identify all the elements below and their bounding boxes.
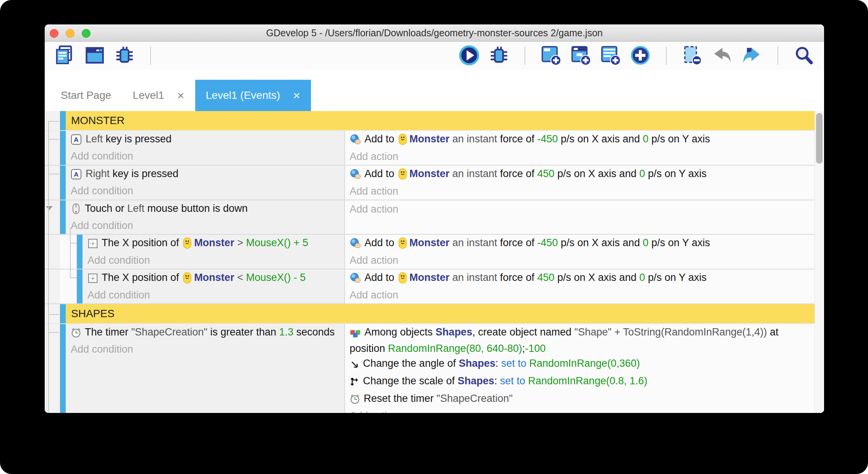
event-color-bar[interactable] <box>60 166 66 200</box>
event-color-bar[interactable] <box>77 235 83 269</box>
group-title[interactable]: SHAPES <box>71 308 115 320</box>
text-segment: Monster <box>410 168 450 179</box>
close-icon[interactable]: × <box>293 89 300 102</box>
add-condition-button[interactable]: Add condition <box>87 288 344 302</box>
tab-level1[interactable]: Level1 × <box>122 80 195 111</box>
actions-cell[interactable]: Add to Monster an instant force of -450 … <box>345 131 815 165</box>
condition-instruction[interactable]: The X position of Monster < MouseX() - 5 <box>87 271 344 287</box>
conditions-cell[interactable]: The timer "ShapeCreation" is greater tha… <box>66 324 345 413</box>
add-action-button[interactable]: Add action <box>350 409 815 413</box>
vertical-scrollbar[interactable] <box>815 111 824 413</box>
event-color-bar[interactable] <box>60 131 66 165</box>
action-instruction[interactable]: Add to Monster an instant force of 450 p… <box>350 271 815 287</box>
minimize-window-button[interactable] <box>66 29 74 38</box>
search-button[interactable] <box>793 45 815 67</box>
timer-icon <box>350 393 360 408</box>
text-segment: Monster <box>194 237 234 248</box>
undo-icon <box>711 45 733 67</box>
event-gutter <box>45 324 60 413</box>
action-instruction[interactable]: Change the angle of Shapes: set to Rando… <box>350 356 815 373</box>
action-instruction[interactable]: Reset the timer "ShapeCreation" <box>350 392 815 408</box>
actions-cell[interactable]: Among objects Shapes, create object name… <box>345 324 815 413</box>
tab-bar: Start Page Level1 × Level1 (Events) × <box>45 70 824 111</box>
actions-cell[interactable]: Add to Monster an instant force of 450 p… <box>345 269 815 303</box>
add-condition-button[interactable]: Add condition <box>87 253 344 267</box>
condition-instruction[interactable]: The X position of Monster > MouseX() + 5 <box>87 236 344 253</box>
add-condition-button[interactable]: Add condition <box>71 219 344 232</box>
add-action-button[interactable]: Add action <box>350 184 815 198</box>
conditions-cell[interactable]: ALeft key is pressedAdd condition <box>66 131 345 165</box>
add-comment-button[interactable] <box>599 45 622 67</box>
gdevelop-window: GDevelop 5 - /Users/florian/Downloads/ge… <box>45 24 824 413</box>
project-manager-button[interactable] <box>54 45 76 67</box>
mouse-icon <box>71 203 81 218</box>
text-segment: Add to <box>364 168 397 179</box>
scene-editor-button[interactable] <box>84 45 106 67</box>
event-color-bar[interactable] <box>60 111 66 130</box>
action-instruction[interactable]: Add to Monster an instant force of 450 p… <box>350 167 815 184</box>
text-segment: Shapes <box>458 375 494 387</box>
debug-button[interactable] <box>488 45 510 67</box>
action-instruction[interactable]: Add to Monster an instant force of -450 … <box>350 236 815 253</box>
group-header[interactable]: SHAPES <box>66 304 815 323</box>
action-instruction[interactable]: Add to Monster an instant force of -450 … <box>350 132 815 149</box>
condition-instruction[interactable]: ARight key is pressed <box>71 167 344 183</box>
text-segment: Right <box>86 168 110 179</box>
text-segment: 1.3 <box>279 326 293 338</box>
add-action-button[interactable]: Add action <box>350 253 815 267</box>
undo-button[interactable] <box>711 45 733 67</box>
text-segment: Left <box>86 133 103 145</box>
text-segment: : <box>496 358 501 369</box>
search-icon <box>793 45 815 67</box>
add-condition-button[interactable]: Add condition <box>71 342 344 356</box>
zoom-window-button[interactable] <box>82 29 91 38</box>
scrollbar-thumb[interactable] <box>816 113 823 164</box>
close-window-button[interactable] <box>50 29 58 38</box>
event-color-bar[interactable] <box>60 200 66 234</box>
text-segment: Shapes <box>436 326 472 338</box>
condition-instruction[interactable]: The timer "ShapeCreation" is greater tha… <box>71 325 344 342</box>
text-segment: 0 <box>639 168 645 179</box>
tab-level1-events[interactable]: Level1 (Events) × <box>195 80 311 111</box>
action-instruction[interactable]: Change the scale of Shapes: set to Rando… <box>350 374 815 390</box>
tab-start-page[interactable]: Start Page <box>50 80 122 111</box>
window-title: GDevelop 5 - /Users/florian/Downloads/ge… <box>266 27 603 39</box>
condition-instruction[interactable]: ALeft key is pressed <box>71 132 344 148</box>
scale-icon <box>350 376 360 390</box>
text-segment: -100 <box>525 343 546 354</box>
add-action-button[interactable]: Add action <box>350 150 815 163</box>
preview-play-button[interactable] <box>458 45 480 67</box>
close-icon[interactable]: × <box>177 89 185 102</box>
actions-cell[interactable]: Add to Monster an instant force of -450 … <box>345 235 815 269</box>
add-action-button[interactable]: Add action <box>350 288 815 302</box>
delete-event-button[interactable] <box>681 45 703 67</box>
debugger-button[interactable] <box>113 45 136 67</box>
tab-label: Level1 (Events) <box>206 89 280 102</box>
add-action-button[interactable]: Add action <box>350 202 815 216</box>
conditions-cell[interactable]: Touch or Left mouse button is downAdd co… <box>66 200 345 234</box>
toolbar-separator <box>525 47 525 65</box>
redo-button[interactable] <box>741 45 763 67</box>
titlebar[interactable]: GDevelop 5 - /Users/florian/Downloads/ge… <box>45 24 824 42</box>
group-header[interactable]: MONSTER <box>66 111 815 130</box>
text-segment: -450 <box>537 133 558 145</box>
event-row: The X position of Monster > MouseX() + 5… <box>45 235 815 269</box>
event-color-bar[interactable] <box>60 304 66 323</box>
actions-cell[interactable]: Add action <box>345 200 815 234</box>
add-event-button[interactable] <box>540 45 562 67</box>
add-something-button[interactable] <box>629 45 651 67</box>
actions-cell[interactable]: Add to Monster an instant force of 450 p… <box>345 166 815 200</box>
group-title[interactable]: MONSTER <box>71 114 125 127</box>
text-segment: Monster <box>410 133 450 145</box>
conditions-cell[interactable]: The X position of Monster < MouseX() - 5… <box>83 269 345 303</box>
add-condition-button[interactable]: Add condition <box>71 184 344 198</box>
action-instruction[interactable]: Among objects Shapes, create object name… <box>350 325 815 355</box>
conditions-cell[interactable]: The X position of Monster > MouseX() + 5… <box>83 235 345 269</box>
conditions-cell[interactable]: ARight key is pressedAdd condition <box>66 166 345 200</box>
condition-instruction[interactable]: Touch or Left mouse button is down <box>71 202 344 218</box>
add-subevent-button[interactable] <box>570 45 592 67</box>
event-color-bar[interactable] <box>77 269 83 303</box>
event-color-bar[interactable] <box>60 324 66 413</box>
add-condition-button[interactable]: Add condition <box>71 149 344 163</box>
position-icon <box>87 273 98 287</box>
